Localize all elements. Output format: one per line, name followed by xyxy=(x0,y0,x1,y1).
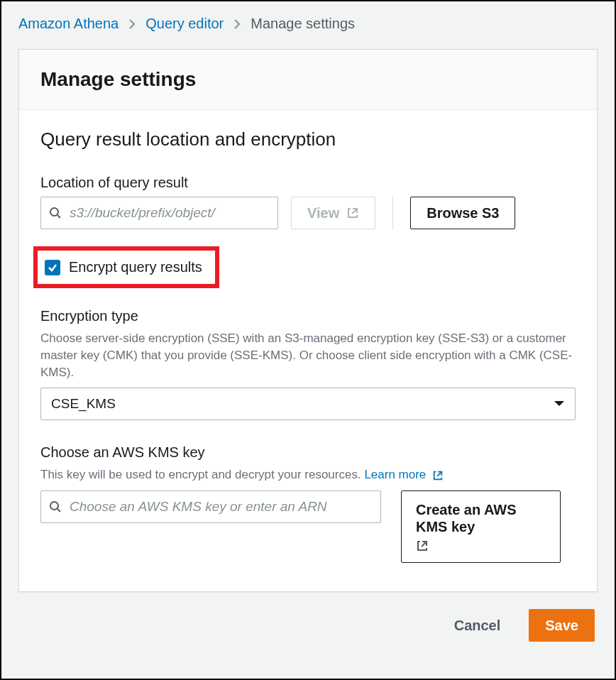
location-input[interactable] xyxy=(40,197,278,229)
kms-label: Choose an AWS KMS key xyxy=(40,444,576,461)
caret-down-icon xyxy=(554,400,565,407)
kms-key-input[interactable] xyxy=(40,490,381,523)
browse-s3-button[interactable]: Browse S3 xyxy=(410,197,515,229)
kms-help-text: This key will be used to encrypt and dec… xyxy=(40,468,364,481)
svg-point-4 xyxy=(50,502,58,510)
create-kms-key-button[interactable]: Create an AWS KMS key xyxy=(401,490,561,563)
breadcrumb-link-query-editor[interactable]: Query editor xyxy=(145,16,224,32)
section-title: Query result location and encryption xyxy=(40,128,576,150)
breadcrumb-link-athena[interactable]: Amazon Athena xyxy=(18,16,119,32)
encrypt-checkbox[interactable] xyxy=(45,260,60,275)
check-icon xyxy=(48,263,57,273)
svg-line-1 xyxy=(57,215,60,218)
encryption-type-label: Encryption type xyxy=(40,308,576,324)
encrypt-checkbox-label: Encrypt query results xyxy=(69,259,202,275)
view-button-label: View xyxy=(307,204,339,221)
location-label: Location of query result xyxy=(40,175,576,191)
encryption-type-value: CSE_KMS xyxy=(51,396,116,412)
external-link-icon xyxy=(346,207,359,219)
save-button[interactable]: Save xyxy=(529,609,595,642)
search-icon xyxy=(49,207,62,219)
external-link-icon xyxy=(432,470,444,481)
browse-s3-label: Browse S3 xyxy=(427,204,499,221)
breadcrumb: Amazon Athena Query editor Manage settin… xyxy=(18,16,598,32)
cancel-button[interactable]: Cancel xyxy=(439,609,517,642)
svg-line-6 xyxy=(422,542,427,547)
divider xyxy=(392,197,393,229)
chevron-right-icon xyxy=(128,18,136,30)
view-button[interactable]: View xyxy=(291,197,375,229)
page-title: Manage settings xyxy=(40,68,576,91)
kms-help: This key will be used to encrypt and dec… xyxy=(40,466,576,483)
learn-more-link[interactable]: Learn more xyxy=(364,468,426,481)
encrypt-checkbox-row[interactable]: Encrypt query results xyxy=(38,251,215,284)
encryption-type-select[interactable]: CSE_KMS xyxy=(40,388,576,420)
svg-point-0 xyxy=(50,208,58,216)
highlight-box: Encrypt query results xyxy=(33,246,219,288)
svg-line-2 xyxy=(352,209,357,214)
search-icon xyxy=(49,500,62,513)
cancel-label: Cancel xyxy=(454,617,501,634)
create-kms-key-label: Create an AWS KMS key xyxy=(416,501,546,535)
external-link-icon xyxy=(416,539,429,552)
save-label: Save xyxy=(545,617,578,634)
svg-line-3 xyxy=(437,472,441,476)
footer-actions: Cancel Save xyxy=(18,592,598,647)
card-header: Manage settings xyxy=(19,50,597,110)
settings-card: Manage settings Query result location an… xyxy=(18,49,598,592)
encryption-type-help: Choose server-side encryption (SSE) with… xyxy=(40,330,576,380)
chevron-right-icon xyxy=(233,18,241,30)
breadcrumb-current: Manage settings xyxy=(251,16,355,32)
svg-line-5 xyxy=(57,509,60,512)
